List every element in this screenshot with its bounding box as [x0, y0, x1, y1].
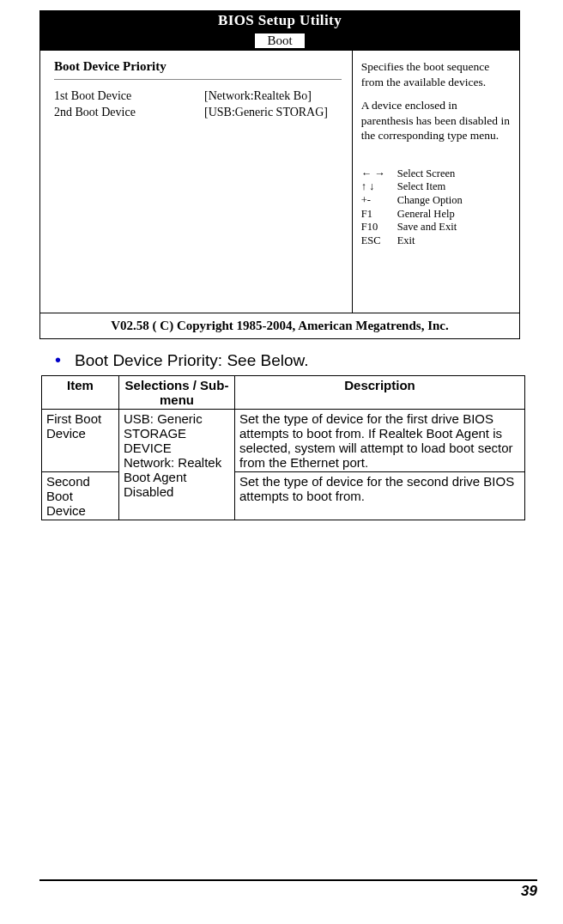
arrow-left-right-icon: ← →: [361, 167, 397, 181]
first-boot-device-row: 1st Boot Device [Network:Realtek Bo]: [54, 88, 342, 105]
cell-second-boot-desc: Set the type of device for the second dr…: [235, 472, 525, 520]
key-select-item: Select Item: [397, 180, 446, 194]
table-row: First Boot Device USB: Generic STORAGE D…: [42, 410, 525, 472]
second-boot-device-value: [USB:Generic STORAG]: [204, 105, 328, 121]
bios-copyright: V02.58 ( C) Copyright 1985-2004, America…: [40, 313, 519, 338]
first-boot-device-value: [Network:Realtek Bo]: [204, 88, 312, 105]
f10-key: F10: [361, 221, 397, 234]
key-legend: ← →Select Screen ↑ ↓Select Item +-Change…: [361, 167, 511, 248]
key-exit: Exit: [397, 234, 415, 248]
key-general-help: General Help: [397, 208, 455, 222]
page-footer: 39: [39, 879, 537, 900]
divider: [54, 79, 342, 80]
cell-first-boot-item: First Boot Device: [42, 410, 119, 472]
second-boot-device-row: 2nd Boot Device [USB:Generic STORAG]: [54, 105, 342, 121]
help-paragraph-1: Specifies the boot sequence from the ava…: [361, 59, 511, 89]
cell-second-boot-item: Second Boot Device: [42, 472, 119, 520]
boot-priority-table: Item Selections / Sub-menu Description F…: [41, 375, 525, 520]
th-item: Item: [42, 376, 119, 410]
cell-first-boot-desc: Set the type of device for the first dri…: [235, 410, 525, 472]
footer-rule: [39, 879, 537, 881]
bios-left-panel: Boot Device Priority 1st Boot Device [Ne…: [40, 51, 353, 313]
help-paragraph-2: A device enclosed in parenthesis has bee…: [361, 98, 511, 143]
key-change-option: Change Option: [397, 194, 463, 208]
plus-minus-icon: +-: [361, 194, 397, 208]
f1-key: F1: [361, 208, 397, 222]
first-boot-device-label: 1st Boot Device: [54, 88, 204, 105]
cell-selections: USB: Generic STORAGE DEVICE Network: Rea…: [119, 410, 235, 520]
table-header-row: Item Selections / Sub-menu Description: [42, 376, 525, 410]
bullet-text: Boot Device Priority: See Below.: [75, 351, 308, 370]
arrow-up-down-icon: ↑ ↓: [361, 180, 397, 194]
boot-device-priority-heading: Boot Device Priority: [54, 59, 342, 74]
th-description: Description: [235, 376, 525, 410]
bios-help-panel: Specifies the boot sequence from the ava…: [353, 51, 519, 313]
key-select-screen: Select Screen: [397, 167, 456, 181]
page-number: 39: [39, 883, 537, 900]
second-boot-device-label: 2nd Boot Device: [54, 105, 204, 121]
bullet-icon: •: [39, 351, 75, 368]
th-selections: Selections / Sub-menu: [119, 376, 235, 410]
bullet-boot-device-priority: • Boot Device Priority: See Below.: [39, 351, 537, 370]
bios-screenshot: BIOS Setup Utility Boot Boot Device Prio…: [39, 10, 520, 339]
table-row: Second Boot Device Set the type of devic…: [42, 472, 525, 520]
key-save-exit: Save and Exit: [397, 221, 457, 234]
bios-title-bar: BIOS Setup Utility: [40, 11, 519, 30]
boot-tab: Boot: [254, 33, 305, 49]
esc-key: ESC: [361, 234, 397, 248]
bios-body: Boot Device Priority 1st Boot Device [Ne…: [40, 51, 519, 313]
bios-menu-bar: Boot: [40, 30, 519, 51]
